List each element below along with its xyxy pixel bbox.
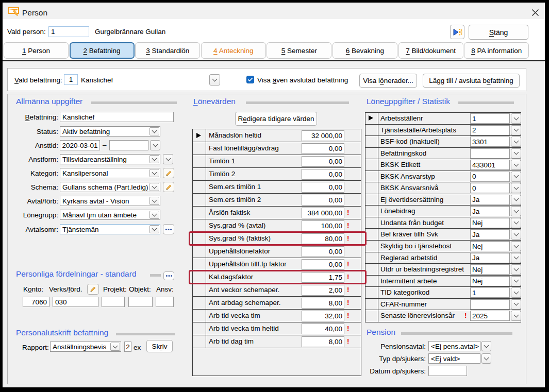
statistics-row-dropdown-button[interactable] xyxy=(511,311,521,321)
ansttid-dropdown-button[interactable] xyxy=(150,140,160,150)
statistics-row-value[interactable]: 3301 xyxy=(470,137,510,147)
statistics-row-value[interactable]: 433001 xyxy=(470,160,510,170)
show-ended-checkbox[interactable] xyxy=(246,76,254,83)
chevron-down-icon[interactable] xyxy=(149,211,159,219)
statistics-row-value[interactable]: 1 xyxy=(470,287,510,298)
anstform-select[interactable]: Tillsvidareanställning xyxy=(60,154,160,164)
statistics-row-dropdown-button[interactable] xyxy=(511,137,521,147)
statistics-row-value[interactable] xyxy=(470,148,510,159)
statistics-row-value[interactable]: Ja xyxy=(470,229,510,240)
statistics-row-dropdown-button[interactable] xyxy=(511,172,521,182)
chevron-down-icon[interactable] xyxy=(149,225,159,233)
salary-row-value[interactable]: 100,00 xyxy=(302,220,344,231)
objekt-input[interactable] xyxy=(128,297,153,307)
lonegrupp-select[interactable]: Månavl tjm utan ämbete xyxy=(60,210,160,220)
statistics-row-dropdown-button[interactable] xyxy=(511,218,521,228)
kategori-edit-button[interactable] xyxy=(163,168,174,178)
statistics-row-value[interactable]: Ja xyxy=(470,206,510,216)
selected-person-input[interactable]: 1 xyxy=(48,26,89,37)
ansttid-from-input[interactable]: 2020-03-01 xyxy=(60,140,100,150)
tab[interactable]: 7 Bild/dokument xyxy=(398,42,463,59)
statistics-row-dropdown-button[interactable] xyxy=(511,113,521,124)
verks-input[interactable]: 030 xyxy=(53,297,98,307)
statistics-row-dropdown-button[interactable] xyxy=(511,183,521,193)
run-button[interactable] xyxy=(450,25,464,39)
salary-row-value[interactable]: 40,00 xyxy=(302,323,344,334)
statistics-row-dropdown-button[interactable] xyxy=(511,241,521,251)
add-end-position-button[interactable]: Lägg till / avsluta befattning xyxy=(423,74,520,88)
statistics-row-dropdown-button[interactable] xyxy=(511,125,521,135)
statistics-row-dropdown-button[interactable] xyxy=(511,299,521,310)
statistics-row-dropdown-button[interactable] xyxy=(511,287,521,298)
avtal-select[interactable]: Kyrkans avtal - Vision xyxy=(60,196,160,206)
statistics-row-value[interactable]: 0 xyxy=(470,172,510,182)
anstform-extra-dropdown-button[interactable] xyxy=(163,154,173,164)
tab[interactable]: 2 Befattning xyxy=(70,42,135,59)
salary-row-value[interactable]: 0,00 xyxy=(302,246,344,257)
edit-previous-values-button[interactable]: Redigera tidigare värden xyxy=(235,112,317,126)
statistics-row-value[interactable] xyxy=(470,299,510,310)
statistics-row-value[interactable]: Ja xyxy=(470,253,510,263)
datum-dp-sjukers-input[interactable] xyxy=(428,366,467,376)
tab[interactable]: 1 Person xyxy=(4,42,69,59)
salary-row-value[interactable]: 384 000,00 xyxy=(302,208,344,218)
typ-dp-sjukers-value[interactable]: <Ej vald> xyxy=(428,353,480,364)
statistics-row-value[interactable]: Nej xyxy=(470,241,510,251)
statistics-row-value[interactable]: Nej xyxy=(470,276,510,286)
show-salary-rows-button[interactable]: Visa lönerader... xyxy=(359,74,417,88)
chevron-down-icon[interactable] xyxy=(149,197,159,205)
salary-row-value[interactable]: 0,00 xyxy=(302,143,344,154)
statistics-row-value[interactable]: 2 xyxy=(470,125,510,135)
statistics-row-dropdown-button[interactable] xyxy=(511,206,521,216)
statistics-row-value[interactable]: Ja xyxy=(470,195,510,205)
chevron-down-icon[interactable] xyxy=(149,183,159,191)
statistics-row-dropdown-button[interactable] xyxy=(511,276,521,286)
tab[interactable]: 8 PA information xyxy=(464,42,529,59)
statistics-row-dropdown-button[interactable] xyxy=(511,264,521,275)
statistics-row-value[interactable]: Nej xyxy=(470,218,510,228)
konto-input[interactable]: 7060 xyxy=(23,297,49,307)
status-select[interactable]: Aktiv befattning xyxy=(60,126,160,137)
schema-select[interactable]: Gullans schema (Part.ledig) xyxy=(60,182,160,192)
statistics-row-value[interactable]: Nej xyxy=(470,264,510,275)
tab[interactable]: 5 Semester xyxy=(267,42,331,59)
copies-input[interactable]: 2 xyxy=(124,342,131,352)
chevron-down-icon[interactable] xyxy=(149,127,159,135)
statistics-row-value[interactable]: 2025 xyxy=(470,311,510,321)
salary-row-value[interactable]: 0,00 xyxy=(302,156,344,167)
selected-position-input[interactable]: 1 xyxy=(64,74,78,85)
pensionsavtal-dropdown-button[interactable] xyxy=(481,341,491,351)
verks-edit-button[interactable] xyxy=(87,284,99,295)
salary-row-value[interactable]: 80,00 xyxy=(302,233,344,244)
print-button[interactable]: Skriv xyxy=(146,340,173,352)
avtalsomr-more-button[interactable] xyxy=(163,224,174,234)
tab[interactable]: 6 Bevakning xyxy=(332,42,397,59)
salary-row-value[interactable]: 0,00 xyxy=(302,169,344,180)
statistics-row-dropdown-button[interactable] xyxy=(511,229,521,240)
typ-dp-sjukers-dropdown-button[interactable] xyxy=(481,353,491,364)
salary-row-value[interactable]: 8,00 xyxy=(302,298,344,309)
statistics-row-dropdown-button[interactable] xyxy=(511,148,521,159)
close-window-button[interactable]: Stäng xyxy=(469,25,528,40)
salary-row-value[interactable]: 0,00 xyxy=(302,182,344,193)
statistics-row-value[interactable]: 1 xyxy=(470,113,510,124)
statistics-row-dropdown-button[interactable] xyxy=(511,160,521,170)
statistics-row-value[interactable]: 0 xyxy=(470,183,510,193)
chevron-down-icon[interactable] xyxy=(149,169,159,177)
distributions-more-button[interactable] xyxy=(163,271,174,280)
salary-row-value[interactable]: 2,00 xyxy=(302,285,344,296)
rapport-select[interactable]: Anställningsbevis xyxy=(50,342,121,352)
statistics-row-dropdown-button[interactable] xyxy=(511,253,521,263)
avtalsomr-select[interactable]: Tjänstemän xyxy=(60,224,160,234)
tab[interactable]: 4 Anteckning xyxy=(201,42,266,59)
schema-edit-button[interactable] xyxy=(163,182,174,192)
position-dropdown-button[interactable] xyxy=(209,74,220,86)
befattning-input[interactable]: Kanslichef xyxy=(60,112,174,122)
ansv-input[interactable] xyxy=(156,297,174,307)
salary-row-value[interactable]: 32,00 xyxy=(302,311,344,321)
chevron-down-icon[interactable] xyxy=(149,155,159,163)
chevron-down-icon[interactable] xyxy=(110,343,120,351)
ansttid-to-input[interactable] xyxy=(109,140,148,150)
salary-row-value[interactable]: 32 000,00 xyxy=(302,130,344,141)
kategori-select[interactable]: Kanslipersonal xyxy=(60,168,160,178)
